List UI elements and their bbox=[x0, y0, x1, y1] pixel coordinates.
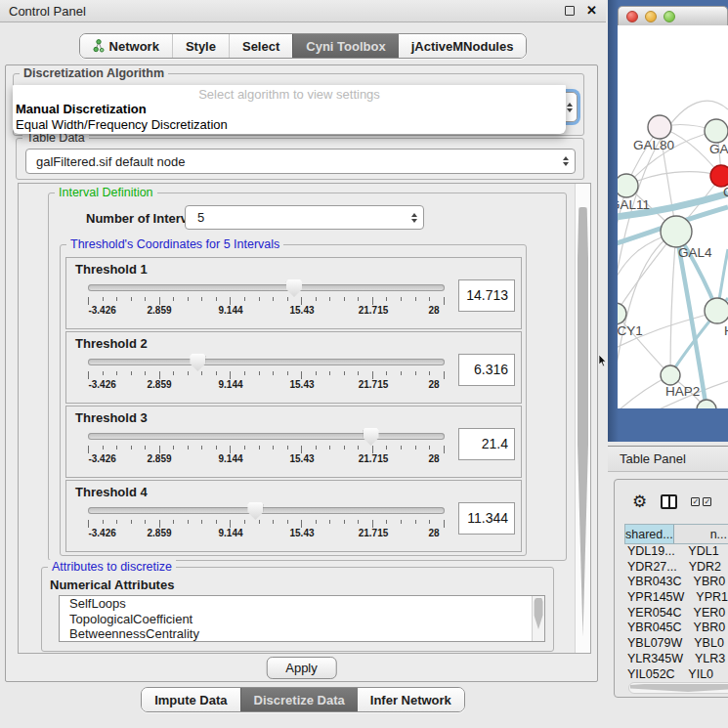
close-icon[interactable]: ✕ bbox=[586, 6, 597, 16]
cell-shared-name[interactable]: YPR145W bbox=[624, 590, 684, 606]
attributes-scrollbar[interactable] bbox=[532, 596, 544, 641]
slider-thumb[interactable] bbox=[190, 354, 205, 371]
table-row[interactable]: YIL052CYIL0 bbox=[624, 667, 728, 679]
network-edge[interactable] bbox=[670, 232, 676, 375]
cell-shared-name[interactable]: YBR045C bbox=[624, 621, 682, 636]
threshold-label: Threshold 3 bbox=[75, 410, 515, 427]
slider-track[interactable] bbox=[88, 284, 445, 291]
network-node-label: HAP2 bbox=[665, 384, 700, 399]
tab-cyni-toolbox[interactable]: Cyni Toolbox bbox=[292, 34, 398, 58]
network-node-gal4[interactable] bbox=[661, 216, 692, 247]
number-of-intervals-spinner[interactable]: 5 bbox=[185, 205, 424, 230]
tab-label: Impute Data bbox=[154, 693, 227, 707]
slider-thumb[interactable] bbox=[286, 279, 302, 297]
scale-label: -3.426 bbox=[88, 453, 115, 464]
slider-thumb[interactable] bbox=[247, 502, 263, 520]
cell-shared-name[interactable]: YBR043C bbox=[624, 575, 682, 590]
table-row[interactable]: YDR27...YDR2 bbox=[624, 560, 728, 576]
cell-name[interactable]: YBR0 bbox=[682, 575, 728, 590]
threshold-value-field[interactable] bbox=[458, 279, 515, 312]
cell-shared-name[interactable]: YDR27... bbox=[624, 560, 677, 576]
column-header-shared-name[interactable]: shared... bbox=[625, 525, 674, 543]
algorithm-option-equal-width[interactable]: Equal Width/Frequency Discretization bbox=[13, 117, 566, 133]
network-window-titlebar[interactable] bbox=[618, 6, 728, 25]
tab-label: Style bbox=[186, 39, 216, 54]
cell-name[interactable]: YDR2 bbox=[677, 560, 728, 576]
scale-label: 28 bbox=[428, 528, 439, 538]
table-data-select[interactable]: galFiltered.sif default node bbox=[25, 149, 576, 174]
float-window-icon[interactable] bbox=[565, 6, 575, 16]
table-row[interactable]: YBR045CYBR0 bbox=[624, 621, 728, 636]
table-row[interactable]: YLR345WYLR3 bbox=[624, 652, 728, 667]
slider-track[interactable] bbox=[88, 507, 445, 514]
table-panel: ⚙ ✓ ✓ shared... n... YDL19...YDL1YDR27..… bbox=[614, 479, 728, 698]
close-traffic-light-icon[interactable] bbox=[626, 11, 638, 22]
cell-name[interactable]: YLR3 bbox=[683, 652, 728, 667]
tab-network[interactable]: Network bbox=[80, 34, 172, 58]
table-row[interactable]: YER054CYER0 bbox=[624, 606, 728, 621]
attribute-list-item[interactable]: BetweennessCentrality bbox=[60, 626, 544, 642]
split-columns-icon[interactable] bbox=[661, 494, 677, 509]
scale-label: 2.859 bbox=[147, 528, 171, 538]
combo-arrows-icon bbox=[567, 103, 573, 112]
tab-infer-network[interactable]: Infer Network bbox=[358, 688, 464, 711]
cell-name[interactable]: YPR1 bbox=[684, 590, 728, 606]
table-row[interactable]: YDL19...YDL1 bbox=[624, 544, 728, 560]
tab-select[interactable]: Select bbox=[229, 34, 292, 58]
threshold-label: Threshold 4 bbox=[75, 485, 515, 501]
scale-label: 9.144 bbox=[218, 528, 242, 538]
slider-track[interactable] bbox=[88, 359, 445, 365]
scale-label: 28 bbox=[428, 379, 439, 390]
discretization-algorithm-group-title: Discretization Algorithm bbox=[20, 66, 168, 80]
interval-definition-title: Interval Definition bbox=[55, 186, 157, 199]
slider-track[interactable] bbox=[88, 433, 445, 440]
threshold-value-field[interactable] bbox=[458, 502, 515, 535]
network-node-label: H bbox=[724, 323, 728, 338]
cell-name[interactable]: YBL0 bbox=[682, 636, 728, 652]
network-node-label: GCY1 bbox=[618, 323, 643, 338]
threshold-slider[interactable] bbox=[86, 501, 447, 520]
minimize-traffic-light-icon[interactable] bbox=[645, 11, 657, 22]
apply-button[interactable]: Apply bbox=[266, 657, 337, 679]
tab-style[interactable]: Style bbox=[172, 34, 229, 58]
cell-name[interactable]: YIL0 bbox=[676, 667, 728, 679]
scale-label: 2.859 bbox=[147, 453, 171, 464]
table-row[interactable]: YPR145WYPR1 bbox=[624, 590, 728, 606]
gear-icon[interactable]: ⚙ bbox=[632, 493, 647, 510]
cell-shared-name[interactable]: YER054C bbox=[624, 606, 682, 621]
zoom-traffic-light-icon[interactable] bbox=[664, 11, 675, 22]
algorithm-option-manual[interactable]: Manual Discretization bbox=[13, 102, 566, 117]
cell-shared-name[interactable]: YLR345W bbox=[624, 652, 683, 667]
cell-shared-name[interactable]: YDL19... bbox=[624, 544, 676, 560]
cell-name[interactable]: YER0 bbox=[682, 606, 728, 621]
network-node-gal11[interactable] bbox=[618, 174, 638, 197]
network-canvas[interactable]: GAL80GACGAL11GAL4GCY1HHAP2 bbox=[618, 25, 728, 408]
cell-shared-name[interactable]: YBL079W bbox=[624, 636, 682, 652]
tab-discretize-data[interactable]: Discretize Data bbox=[240, 688, 358, 711]
threshold-slider[interactable] bbox=[86, 278, 447, 297]
table-row[interactable]: YBL079WYBL0 bbox=[624, 636, 728, 652]
slider-thumb[interactable] bbox=[364, 428, 379, 446]
threshold-value-field[interactable] bbox=[458, 354, 515, 386]
attribute-list-item[interactable]: SelfLoops bbox=[60, 596, 544, 612]
cell-name[interactable]: YDL1 bbox=[676, 544, 728, 560]
column-header-name[interactable]: n... bbox=[674, 525, 728, 543]
threshold-slider[interactable] bbox=[86, 353, 447, 371]
cell-shared-name[interactable]: YIL052C bbox=[624, 667, 676, 679]
tab-impute-data[interactable]: Impute Data bbox=[142, 688, 239, 711]
network-node-gal80[interactable] bbox=[648, 115, 671, 139]
network-node-hap2[interactable] bbox=[661, 365, 680, 385]
attribute-list-item[interactable]: TopologicalCoefficient bbox=[60, 612, 544, 627]
network-node-ga[interactable] bbox=[705, 119, 728, 143]
tab-jactivemnodules[interactable]: jActiveMNodules bbox=[399, 34, 527, 58]
network-node-c[interactable] bbox=[710, 165, 728, 187]
cell-name[interactable]: YBR0 bbox=[682, 621, 728, 636]
algorithm-placeholder-option[interactable]: Select algorithm to view settings bbox=[13, 85, 566, 102]
threshold-value-field[interactable] bbox=[458, 428, 515, 460]
network-node-h[interactable] bbox=[705, 298, 728, 323]
settings-vertical-scrollbar[interactable] bbox=[575, 184, 590, 653]
table-horizontal-scrollbar[interactable] bbox=[628, 682, 728, 694]
threshold-slider[interactable] bbox=[86, 427, 447, 446]
table-row[interactable]: YBR043CYBR0 bbox=[624, 575, 728, 590]
select-columns-icon[interactable]: ✓ ✓ bbox=[691, 497, 711, 506]
